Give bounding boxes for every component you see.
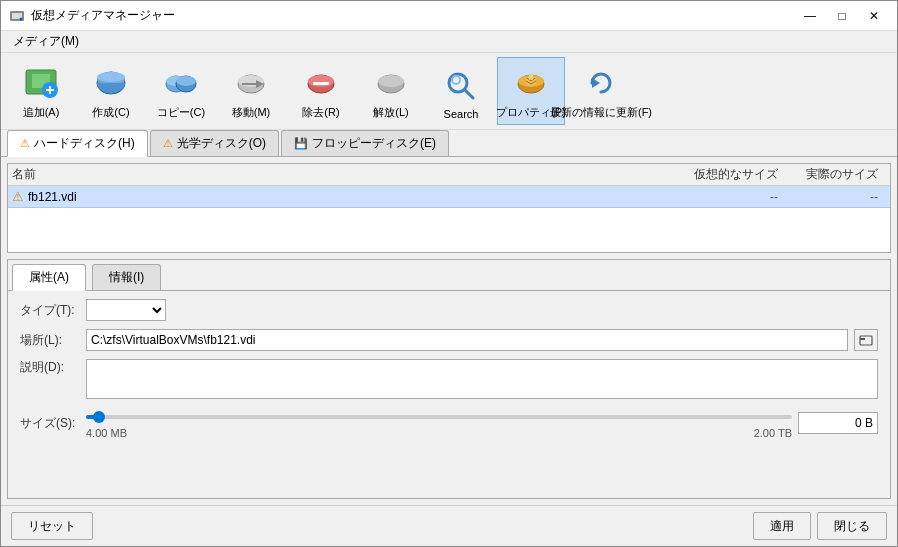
location-row: 場所(L): — [20, 329, 878, 351]
col-name-header: 名前 — [12, 166, 666, 183]
table-header: 名前 仮想的なサイズ 実際のサイズ — [8, 164, 890, 186]
toolbar-release-button[interactable]: 解放(L) — [357, 57, 425, 125]
toolbar-add-label: 追加(A) — [23, 105, 60, 120]
svg-rect-31 — [860, 336, 872, 345]
app-icon — [9, 8, 25, 24]
slider-labels: 4.00 MB 2.00 TB — [86, 427, 792, 439]
props-tabs: 属性(A) 情報(I) — [8, 260, 890, 291]
tab-hdd[interactable]: ⚠ ハードディスク(H) — [7, 130, 148, 157]
svg-point-22 — [378, 75, 404, 87]
release-icon — [371, 63, 411, 103]
svg-point-14 — [176, 76, 196, 86]
apply-button[interactable]: 適用 — [753, 512, 811, 540]
svg-rect-32 — [860, 338, 865, 340]
svg-point-2 — [20, 17, 23, 20]
slider-min-label: 4.00 MB — [86, 427, 127, 439]
reset-button[interactable]: リセット — [11, 512, 93, 540]
slider-thumb[interactable] — [93, 411, 105, 423]
search-icon — [441, 66, 481, 106]
slider-track[interactable] — [86, 415, 792, 419]
hdd-warning-icon: ⚠ — [20, 137, 30, 150]
move-icon — [231, 63, 271, 103]
size-value-display: 0 B — [798, 412, 878, 434]
col-virtual-header: 仮想的なサイズ — [666, 166, 786, 183]
row-virtual-size: -- — [666, 190, 786, 204]
toolbar-search-label: Search — [444, 108, 479, 120]
props-tab-info[interactable]: 情報(I) — [92, 264, 161, 290]
title-bar-left: 仮想メディアマネージャー — [9, 7, 175, 24]
toolbar-remove-button[interactable]: 除去(R) — [287, 57, 355, 125]
location-label: 場所(L): — [20, 332, 80, 349]
toolbar-remove-label: 除去(R) — [302, 105, 339, 120]
table-row[interactable]: ⚠ fb121.vdi -- -- — [8, 186, 890, 208]
toolbar-create-label: 作成(C) — [92, 105, 129, 120]
description-label: 説明(D): — [20, 359, 80, 376]
type-label: タイプ(T): — [20, 302, 80, 319]
browse-button[interactable] — [854, 329, 878, 351]
svg-rect-29 — [529, 74, 533, 80]
type-select[interactable] — [86, 299, 166, 321]
title-controls: — □ ✕ — [795, 6, 889, 26]
toolbar-move-button[interactable]: 移動(M) — [217, 57, 285, 125]
svg-point-25 — [452, 76, 460, 84]
props-content: タイプ(T): 場所(L): — [8, 291, 890, 498]
svg-point-19 — [308, 75, 334, 87]
toolbar-release-label: 解放(L) — [373, 105, 408, 120]
svg-point-10 — [97, 72, 125, 82]
tab-optical[interactable]: ⚠ 光学ディスク(O) — [150, 130, 279, 156]
bottom-right: 適用 閉じる — [753, 512, 887, 540]
description-textarea[interactable] — [86, 359, 878, 399]
col-actual-header: 実際のサイズ — [786, 166, 886, 183]
props-icon — [511, 63, 551, 103]
add-icon — [21, 63, 61, 103]
toolbar-search-button[interactable]: Search — [427, 57, 495, 125]
menu-bar: メディア(M) — [1, 31, 897, 53]
toolbar-refresh-button[interactable]: 最新の情報に更新(F) — [567, 57, 635, 125]
size-label: サイズ(S): — [20, 415, 80, 432]
media-table: 名前 仮想的なサイズ 実際のサイズ ⚠ fb121.vdi -- -- — [7, 163, 891, 253]
menu-media[interactable]: メディア(M) — [5, 31, 87, 52]
size-row: サイズ(S): 4.00 MB 2.00 TB 0 B — [20, 407, 878, 439]
svg-marker-30 — [592, 78, 600, 88]
close-button[interactable]: ✕ — [859, 6, 889, 26]
close-dialog-button[interactable]: 閉じる — [817, 512, 887, 540]
location-input[interactable] — [86, 329, 848, 351]
svg-rect-20 — [313, 82, 329, 85]
row-actual-size: -- — [786, 190, 886, 204]
toolbar: 追加(A) 作成(C) — [1, 53, 897, 130]
refresh-icon — [581, 63, 621, 103]
toolbar-refresh-label: 最新の情報に更新(F) — [550, 105, 652, 120]
media-tabs: ⚠ ハードディスク(H) ⚠ 光学ディスク(O) 💾 フロッピーディスク(E) — [1, 130, 897, 157]
minimize-button[interactable]: — — [795, 6, 825, 26]
maximize-button[interactable]: □ — [827, 6, 857, 26]
toolbar-add-button[interactable]: 追加(A) — [7, 57, 75, 125]
properties-section: 属性(A) 情報(I) タイプ(T): 場所(L): — [7, 259, 891, 499]
title-bar: 仮想メディアマネージャー — □ ✕ — [1, 1, 897, 31]
toolbar-copy-button[interactable]: コピー(C) — [147, 57, 215, 125]
type-row: タイプ(T): — [20, 299, 878, 321]
size-slider-container: 4.00 MB 2.00 TB — [86, 407, 792, 439]
slider-max-label: 2.00 TB — [754, 427, 792, 439]
svg-line-24 — [465, 90, 473, 98]
toolbar-move-label: 移動(M) — [232, 105, 271, 120]
browse-icon — [859, 333, 873, 347]
content-area: 名前 仮想的なサイズ 実際のサイズ ⚠ fb121.vdi -- -- 属性(A… — [1, 157, 897, 505]
toolbar-create-button[interactable]: 作成(C) — [77, 57, 145, 125]
remove-icon — [301, 63, 341, 103]
copy-icon — [161, 63, 201, 103]
window-title: 仮想メディアマネージャー — [31, 7, 175, 24]
row-warning-icon: ⚠ — [12, 189, 24, 204]
create-icon — [91, 63, 131, 103]
toolbar-copy-label: コピー(C) — [157, 105, 205, 120]
floppy-icon: 💾 — [294, 137, 308, 150]
optical-warning-icon: ⚠ — [163, 137, 173, 150]
description-row: 説明(D): — [20, 359, 878, 399]
main-window: 仮想メディアマネージャー — □ ✕ メディア(M) 追 — [0, 0, 898, 547]
bottom-left: リセット — [11, 512, 93, 540]
props-tab-attributes[interactable]: 属性(A) — [12, 264, 86, 291]
row-filename: fb121.vdi — [28, 190, 666, 204]
svg-rect-7 — [49, 86, 51, 94]
tab-floppy[interactable]: 💾 フロッピーディスク(E) — [281, 130, 449, 156]
bottom-bar: リセット 適用 閉じる — [1, 505, 897, 546]
